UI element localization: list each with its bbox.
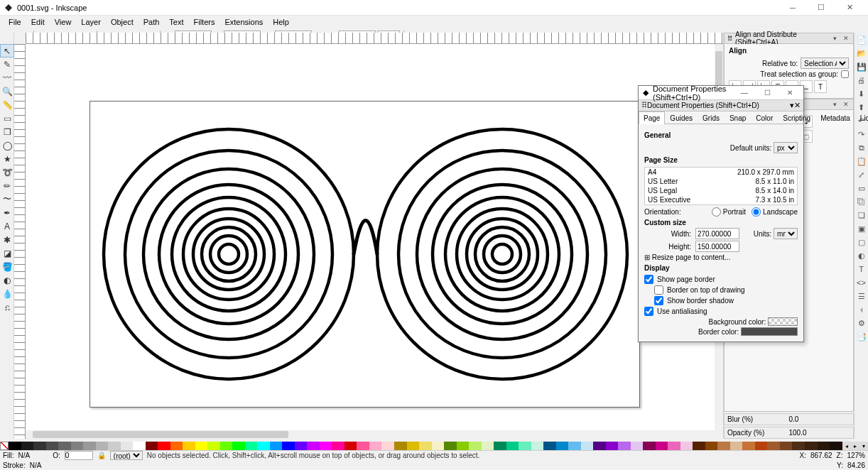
open-icon[interactable]: 📂 xyxy=(856,48,867,59)
color-swatch[interactable] xyxy=(146,442,158,450)
menu-view[interactable]: View xyxy=(50,17,76,27)
color-swatch[interactable] xyxy=(270,442,283,450)
color-swatch[interactable] xyxy=(381,442,394,450)
color-swatch[interactable] xyxy=(581,442,594,450)
tab-color[interactable]: Color xyxy=(751,111,778,124)
text-tool[interactable]: A xyxy=(0,219,14,233)
color-swatch[interactable] xyxy=(21,442,34,450)
opacity-o-input[interactable] xyxy=(65,451,93,460)
selector-tool[interactable]: ↖ xyxy=(0,44,14,58)
redo-icon[interactable]: ↷ xyxy=(856,129,867,140)
window-maximize-button[interactable]: ☐ xyxy=(807,0,835,16)
color-swatch[interactable] xyxy=(792,442,805,450)
color-swatch[interactable] xyxy=(369,442,382,450)
panel-close-icon[interactable]: ✕ xyxy=(842,34,850,43)
measure-tool[interactable]: 📏 xyxy=(0,98,14,111)
dialog-minimize-icon[interactable]: — xyxy=(735,86,754,100)
align-dialog-icon[interactable]: ⫞ xyxy=(856,304,867,315)
opacity-value[interactable]: 100.0 xyxy=(789,429,851,437)
color-swatch[interactable] xyxy=(245,442,258,450)
stroke-value[interactable]: N/A xyxy=(30,461,42,469)
pencil-tool[interactable]: ✏ xyxy=(0,179,14,192)
zoom-tool[interactable]: 🔍 xyxy=(0,84,14,98)
tab-grids[interactable]: Grids xyxy=(698,111,725,124)
color-swatch[interactable] xyxy=(780,442,793,450)
color-swatch[interactable] xyxy=(755,442,768,450)
new-doc-icon[interactable]: 📄 xyxy=(856,34,867,45)
bgcolor-swatch[interactable] xyxy=(768,317,798,326)
prefs-icon[interactable]: ⚙ xyxy=(856,317,867,329)
clone-icon[interactable]: ❏ xyxy=(856,209,867,221)
color-swatch[interactable] xyxy=(9,442,21,450)
color-swatch[interactable] xyxy=(680,442,693,450)
tab-license[interactable]: License xyxy=(855,111,868,124)
document-properties-dialog[interactable]: ◆ Document Properties (Shift+Ctrl+D) — ☐… xyxy=(638,85,804,342)
palette-scroll-left[interactable]: ◂ xyxy=(842,442,851,450)
color-swatch[interactable] xyxy=(232,442,245,450)
spray-tool[interactable]: ✱ xyxy=(0,233,14,246)
color-swatch[interactable] xyxy=(158,442,170,450)
align-panel-header[interactable]: ⠿ Align and Distribute (Shift+Ctrl+A) ▾ … xyxy=(724,33,854,44)
color-swatch[interactable] xyxy=(282,442,295,450)
color-swatch[interactable] xyxy=(183,442,195,450)
save-icon[interactable]: 💾 xyxy=(856,61,867,72)
width-input[interactable] xyxy=(695,228,739,239)
menu-extensions[interactable]: Extensions xyxy=(220,17,267,27)
color-swatch[interactable] xyxy=(83,442,96,450)
color-swatch[interactable] xyxy=(195,442,208,450)
window-minimize-button[interactable]: ─ xyxy=(779,0,807,16)
expand-icon[interactable]: ⊞ xyxy=(644,253,650,261)
color-swatch[interactable] xyxy=(133,442,146,450)
window-close-button[interactable]: ✕ xyxy=(835,0,864,16)
group-icon[interactable]: ▣ xyxy=(856,223,867,234)
color-swatch[interactable] xyxy=(705,442,718,450)
ellipse-tool[interactable]: ◯ xyxy=(0,138,14,152)
star-tool[interactable]: ★ xyxy=(0,152,14,165)
color-swatch[interactable] xyxy=(568,442,581,450)
tab-snap[interactable]: Snap xyxy=(725,111,751,124)
color-swatch[interactable] xyxy=(494,442,506,450)
color-swatch[interactable] xyxy=(332,442,345,450)
eraser-tool[interactable]: ◪ xyxy=(0,246,14,260)
palette-scroll-right[interactable]: ▸ xyxy=(851,442,859,450)
panel-close-icon[interactable]: ✕ xyxy=(794,101,801,110)
tab-metadata[interactable]: Metadata xyxy=(815,111,855,124)
palette-menu-icon[interactable]: ▾ xyxy=(859,442,868,450)
color-swatch[interactable] xyxy=(543,442,556,450)
color-swatch[interactable] xyxy=(606,442,619,450)
color-swatch[interactable] xyxy=(506,442,519,450)
color-swatch[interactable] xyxy=(519,442,531,450)
menu-file[interactable]: File xyxy=(4,17,26,27)
align-text-icon[interactable]: T xyxy=(814,80,827,93)
color-swatch[interactable] xyxy=(469,442,482,450)
bezier-tool[interactable]: 〜 xyxy=(0,192,14,206)
zoom-fit-icon[interactable]: ⤢ xyxy=(856,169,867,180)
color-swatch[interactable] xyxy=(357,442,369,450)
layer-lock-icon[interactable]: 🔒 xyxy=(97,452,106,459)
color-swatch[interactable] xyxy=(108,442,121,450)
layer-select[interactable]: (root) xyxy=(110,451,143,460)
resize-page-label[interactable]: Resize page to content... xyxy=(652,253,731,261)
docprops-icon[interactable]: 📑 xyxy=(856,331,867,342)
menu-text[interactable]: Text xyxy=(165,17,188,27)
color-swatch[interactable] xyxy=(593,442,606,450)
fill-value[interactable]: N/A xyxy=(18,452,31,459)
gradient-tool[interactable]: ◐ xyxy=(0,273,14,287)
color-swatch[interactable] xyxy=(394,442,407,450)
color-swatch[interactable] xyxy=(320,442,332,450)
show-border-checkbox[interactable] xyxy=(644,275,653,284)
text-dialog-icon[interactable]: T xyxy=(856,263,867,275)
color-swatch[interactable] xyxy=(432,442,445,450)
color-swatch[interactable] xyxy=(830,442,842,450)
landscape-radio[interactable]: Landscape xyxy=(752,207,798,217)
dropper-tool[interactable]: 💧 xyxy=(0,287,14,300)
portrait-radio[interactable]: Portrait xyxy=(712,207,746,217)
color-swatch[interactable] xyxy=(767,442,780,450)
antialias-checkbox[interactable] xyxy=(644,307,653,316)
color-swatch[interactable] xyxy=(307,442,320,450)
color-swatch[interactable] xyxy=(170,442,183,450)
color-swatch[interactable] xyxy=(818,442,830,450)
color-swatch[interactable] xyxy=(457,442,470,450)
print-icon[interactable]: 🖨 xyxy=(856,75,867,86)
color-swatch[interactable] xyxy=(46,442,59,450)
